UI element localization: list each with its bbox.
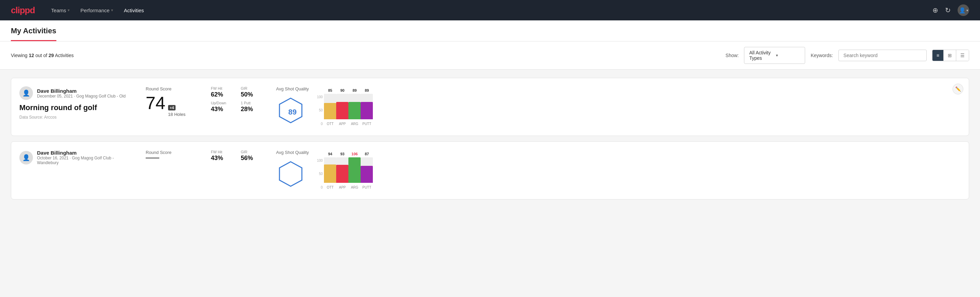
bar-ott: 85 OTT: [324, 88, 336, 126]
filter-bar: Viewing 12 out of 29 Activities Show: Al…: [0, 42, 980, 70]
stat-fw-hit-2: FW Hit 43%: [211, 150, 235, 162]
stats-section: FW Hit 62% GIR 50% Up/Down 43% 1 Putt 28…: [211, 86, 265, 113]
bar-putt-label-2: PUTT: [362, 185, 371, 189]
bar-ott-fill: [324, 103, 336, 119]
user-avatar-button[interactable]: 👤 ▾: [958, 5, 969, 16]
y2-label-100: 100: [317, 159, 323, 163]
avg-shot-quality-label-2: Avg Shot Quality: [276, 150, 309, 155]
stat-fw-hit-label: FW Hit: [211, 86, 235, 90]
stat-gir-value: 50%: [241, 91, 265, 98]
bar-arg-label: ARG: [351, 122, 358, 126]
stat-1putt-label: 1 Putt: [241, 101, 265, 105]
bar-ott-fill-2: [324, 164, 336, 182]
activity-type-value: All Activity Types: [749, 50, 773, 61]
nav-activities[interactable]: Activities: [124, 5, 144, 16]
bar-arg-wrapper: [348, 94, 361, 119]
bar-ott-value-2: 94: [328, 152, 332, 156]
card-left-2: 👤 Dave Billingham October 16, 2021 · Gog…: [19, 150, 135, 169]
bar-arg-bg: [348, 94, 361, 119]
bar-putt-bg-2: [361, 157, 373, 183]
user-dropdown-arrow: ▾: [966, 8, 968, 12]
card-left: 👤 Dave Billingham December 05, 2021 · Go…: [19, 86, 135, 120]
viewing-middle: out of: [34, 53, 49, 58]
hexagon-container: 89: [277, 97, 308, 128]
shot-quality-section: Avg Shot Quality 89 100 50 0: [276, 86, 961, 128]
bar-arg-label-2: ARG: [351, 185, 358, 189]
user-date: December 05, 2021 · Gog Magog Golf Club …: [37, 94, 126, 99]
round-score-label-2: Round Score: [146, 150, 200, 155]
bar-app-value: 90: [340, 88, 344, 93]
view-compact-button[interactable]: ☰: [956, 50, 969, 61]
bar-putt: 89 PUTT: [361, 88, 373, 126]
activity-type-chevron: ▾: [776, 53, 800, 58]
bar-app-bg: [336, 94, 348, 119]
bar-putt-fill: [361, 102, 373, 119]
bar-putt-wrapper-2: [361, 157, 373, 183]
avatar-icon-2: 👤: [22, 154, 30, 161]
y-label-0: 0: [317, 122, 323, 126]
y-label-50: 50: [317, 109, 323, 112]
bar-app-fill: [336, 102, 348, 119]
stat-1putt-value: 28%: [241, 106, 265, 113]
nav-teams[interactable]: Teams ▾: [51, 5, 70, 16]
stat-fw-hit-label-2: FW Hit: [211, 150, 235, 154]
holes-text: 18 Holes: [168, 112, 185, 117]
user-row-2: 👤 Dave Billingham October 16, 2021 · Gog…: [19, 150, 135, 165]
nav-performance[interactable]: Performance ▾: [81, 5, 113, 16]
bar-arg-bg-2: [348, 157, 361, 183]
bar-ott-bg: [324, 94, 336, 119]
stat-fw-hit-value-2: 43%: [211, 155, 235, 162]
nav-teams-label: Teams: [51, 8, 66, 13]
bar-app-value-2: 93: [340, 152, 344, 156]
view-list-button[interactable]: ≡: [932, 50, 943, 61]
bar-ott-label: OTT: [327, 122, 334, 126]
bar-app: 90 APP: [336, 88, 348, 126]
bar-ott-value: 85: [328, 88, 332, 93]
y-label-100: 100: [317, 95, 323, 99]
page-title: My Activities: [11, 27, 56, 41]
score-dash-2: [146, 158, 159, 158]
big-score: 74: [146, 94, 165, 112]
logo[interactable]: clippd: [11, 5, 35, 16]
bar-ott-wrapper: [324, 94, 336, 119]
user-date-2: October 16, 2021 · Gog Magog Golf Club -…: [37, 156, 135, 165]
bar-arg: 89 ARG: [348, 88, 361, 126]
user-row: 👤 Dave Billingham December 05, 2021 · Go…: [19, 86, 135, 100]
nav-performance-label: Performance: [81, 8, 110, 13]
nav-teams-chevron: ▾: [68, 8, 70, 13]
content-area: 👤 Dave Billingham December 05, 2021 · Go…: [0, 70, 980, 208]
chart-y-labels-2: 100 50 0: [317, 159, 323, 189]
round-score-section-2: Round Score: [146, 150, 200, 158]
avatar-2: 👤: [19, 151, 33, 164]
viewing-prefix: Viewing: [11, 53, 29, 58]
view-grid-button[interactable]: ⊞: [943, 50, 956, 61]
viewing-count: 12: [29, 53, 34, 58]
chart-area: 100 50 0 85 OTT: [317, 88, 373, 126]
bar-putt-value-2: 87: [365, 152, 369, 156]
bar-putt-fill-2: [361, 166, 373, 183]
refresh-icon[interactable]: ↻: [945, 6, 951, 14]
stats-grid: FW Hit 62% GIR 50% Up/Down 43% 1 Putt 28…: [211, 86, 265, 113]
chart-area-2: 100 50 0 94 OTT 93: [317, 152, 373, 189]
bar-app-label-2: APP: [339, 185, 346, 189]
page-header: My Activities: [0, 21, 980, 42]
stats-grid-2: FW Hit 43% GIR 56%: [211, 150, 265, 162]
bar-arg-2: 106 ARG: [348, 152, 361, 189]
bar-app-bg-2: [336, 157, 348, 183]
navbar: clippd Teams ▾ Performance ▾ Activities …: [0, 0, 980, 21]
avatar: 👤: [19, 86, 33, 100]
hex-score: 89: [288, 108, 296, 117]
keyword-input[interactable]: [838, 50, 927, 61]
add-icon[interactable]: ⊕: [932, 6, 938, 14]
stat-updown-label: Up/Down: [211, 101, 235, 105]
score-badge: +4: [168, 105, 176, 110]
nav-performance-chevron: ▾: [111, 8, 113, 13]
bar-putt-value: 89: [365, 88, 369, 93]
viewing-suffix: Activities: [54, 53, 74, 58]
shot-quality-section-2: Avg Shot Quality 100 50 0 94: [276, 150, 961, 191]
edit-button[interactable]: ✏️: [953, 84, 963, 94]
activity-title: Morning round of golf: [19, 103, 135, 112]
activity-type-dropdown[interactable]: All Activity Types ▾: [744, 47, 805, 64]
hexagon-shape-2: [277, 160, 304, 188]
bar-chart-2: 100 50 0 94 OTT 93: [317, 152, 373, 189]
